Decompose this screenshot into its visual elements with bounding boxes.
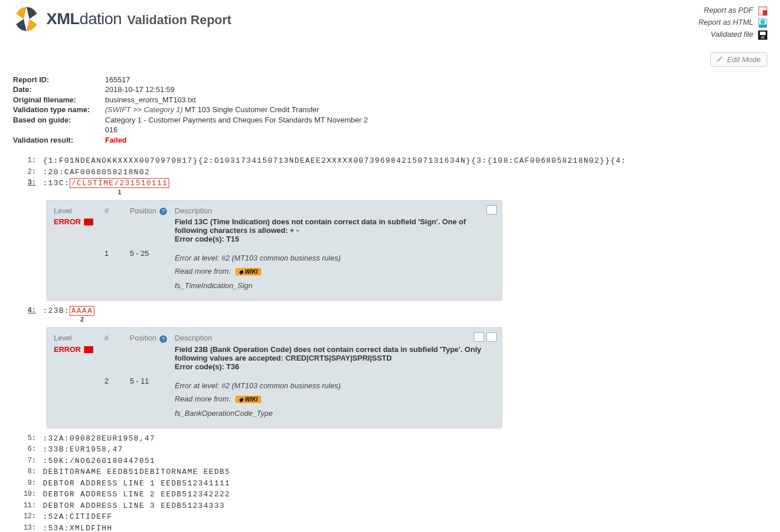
code-line: 9:DEBTOR ADDRESS LINE 1 EEDB512341111 (13, 478, 767, 489)
col-hash: # (105, 206, 128, 217)
meta-label: Report ID: (13, 75, 105, 85)
col-description: Description (175, 334, 494, 345)
line-content: :33B:EUR1958,47 (43, 444, 767, 456)
line-content: :50K:/NO6260180447051 (43, 456, 767, 467)
code-line: 8:DEBITORNAME EEDB51DEBITORNAME EEDB5 (13, 466, 767, 478)
error-level: ERROR (54, 217, 102, 243)
line-content: :13C:/CLSTIME/2315101111 (43, 178, 767, 197)
code-line: 4::23B:AAAA2 (13, 305, 767, 324)
html-icon (756, 18, 767, 26)
panel-action-icon[interactable] (486, 205, 497, 215)
meta-label (13, 125, 105, 135)
error-panel: Level#Position ?DescriptionERROR Field 1… (47, 200, 502, 300)
line-content: :52A:CITIDEFF (43, 511, 767, 523)
svg-point-3 (760, 20, 765, 24)
meta-label: Validation type name: (13, 105, 105, 115)
panel-action-icon[interactable] (474, 332, 484, 342)
code-line: 10:DEBTOR ADDRESS LINE 2 EEDB512342222 (13, 489, 767, 500)
panel-action-icon[interactable] (486, 332, 497, 342)
meta-label: Date: (13, 85, 105, 95)
help-icon[interactable]: ? (159, 208, 167, 215)
error-color-icon (84, 219, 93, 225)
error-position: 5 - 11 (130, 371, 173, 418)
line-number: 7: (13, 456, 43, 466)
error-position: 5 - 25 (130, 243, 173, 290)
meta-value: Failed (105, 135, 127, 146)
error-marker: 2 (70, 315, 94, 324)
line-content: DEBTOR ADDRESS LINE 2 EEDB512342222 (43, 489, 767, 500)
xmldation-logo-icon (13, 6, 40, 32)
brand-block: XMLdation Validation Report (13, 6, 231, 32)
line-content: {1:F01NDEANOKKXXXX0070970817}{2:O1031734… (43, 155, 767, 167)
col-position: Position ? (130, 334, 173, 345)
save-icon (756, 30, 767, 39)
code-line: 12::52A:CITIDEFF (13, 511, 767, 523)
line-content: DEBITORNAME EEDB51DEBITORNAME EEDB5 (43, 466, 767, 478)
export-html-link[interactable]: Report as HTML (698, 18, 753, 26)
error-description: Field 23B (Bank Operation Code) does not… (175, 345, 494, 371)
line-number: 6: (13, 444, 43, 454)
line-number: 8: (13, 466, 43, 477)
code-line: 3::13C:/CLSTIME/2315101111 (13, 178, 767, 197)
error-details: Error at level: #2 (MT103 common busines… (175, 371, 494, 418)
wiki-link[interactable]: ◆ WIKI (235, 268, 261, 275)
col-level: Level (54, 206, 102, 217)
error-index: 1 (105, 243, 128, 290)
col-description: Description (175, 206, 494, 217)
code-listing: 1:{1:F01NDEANOKKXXXX0070970817}{2:O10317… (13, 155, 767, 532)
meta-value: 165517 (105, 75, 130, 85)
line-content: :53A:XMLDFIHH (43, 523, 767, 532)
report-metadata: Report ID:165517Date:2018-10-17 12:51:59… (13, 75, 767, 146)
error-color-icon (84, 346, 93, 353)
error-panel: Level#Position ?DescriptionERROR Field 2… (47, 327, 502, 427)
meta-value: business_erorrs_MT103.txt (105, 95, 196, 105)
meta-value: 2018-10-17 12:51:59 (105, 85, 175, 95)
line-content: :23B:AAAA2 (43, 305, 767, 324)
pencil-icon (717, 55, 724, 64)
meta-label: Original filename: (13, 95, 105, 105)
line-number: 13: (13, 523, 43, 532)
line-number[interactable]: 3: (13, 178, 43, 188)
help-icon[interactable]: ? (159, 335, 167, 343)
col-hash: # (105, 334, 128, 345)
export-actions: Report as PDF Report as HTML Validated f… (698, 6, 767, 67)
col-level: Level (54, 334, 102, 345)
meta-value: 016 (105, 125, 118, 135)
export-pdf-link[interactable]: Report as PDF (704, 6, 754, 14)
line-content: :20:CAF0068058218N02 (43, 167, 767, 178)
code-line: 7::50K:/NO6260180447051 (13, 456, 767, 467)
line-number: 9: (13, 478, 43, 488)
error-marker: 1 (70, 188, 169, 197)
code-line: 13::53A:XMLDFIHH (13, 523, 767, 532)
code-line: 11:DEBTOR ADDRESS LINE 3 EEDB51234333 (13, 500, 767, 512)
error-highlight[interactable]: AAAA (70, 306, 94, 316)
code-line: 5::32A:090828EUR1958,47 (13, 433, 767, 445)
meta-label: Validation result: (13, 135, 105, 146)
validated-file-link[interactable]: Validated file (711, 30, 754, 39)
line-content: DEBTOR ADDRESS LINE 1 EEDB512341111 (43, 478, 767, 489)
edit-mode-button[interactable]: Edit Mode (710, 52, 767, 67)
meta-value: Category 1 - Customer Payments and Chequ… (105, 115, 368, 125)
code-line: 2::20:CAF0068058218N02 (13, 167, 767, 178)
error-details: Error at level: #2 (MT103 common busines… (175, 243, 494, 290)
line-number: 2: (13, 167, 43, 177)
error-description: Field 13C (Time Indication) does not con… (175, 217, 494, 243)
svg-rect-1 (763, 10, 767, 16)
page-title: Validation Report (127, 13, 231, 27)
code-line: 6::33B:EUR1958,47 (13, 444, 767, 456)
line-number: 12: (13, 511, 43, 522)
line-number[interactable]: 4: (13, 305, 43, 316)
meta-label: Based on guide: (13, 115, 105, 125)
brand-name: XMLdation (47, 10, 122, 28)
pdf-icon (756, 6, 767, 14)
wiki-link[interactable]: ◆ WIKI (235, 396, 261, 403)
col-position: Position ? (130, 206, 173, 217)
line-content: DEBTOR ADDRESS LINE 3 EEDB51234333 (43, 500, 767, 512)
line-number: 11: (13, 500, 43, 511)
svg-rect-4 (759, 25, 767, 28)
line-number: 10: (13, 489, 43, 499)
code-line: 1:{1:F01NDEANOKKXXXX0070970817}{2:O10317… (13, 155, 767, 167)
line-number: 5: (13, 433, 43, 443)
error-index: 2 (105, 371, 128, 418)
error-highlight[interactable]: /CLSTIME/231510111 (70, 178, 169, 188)
